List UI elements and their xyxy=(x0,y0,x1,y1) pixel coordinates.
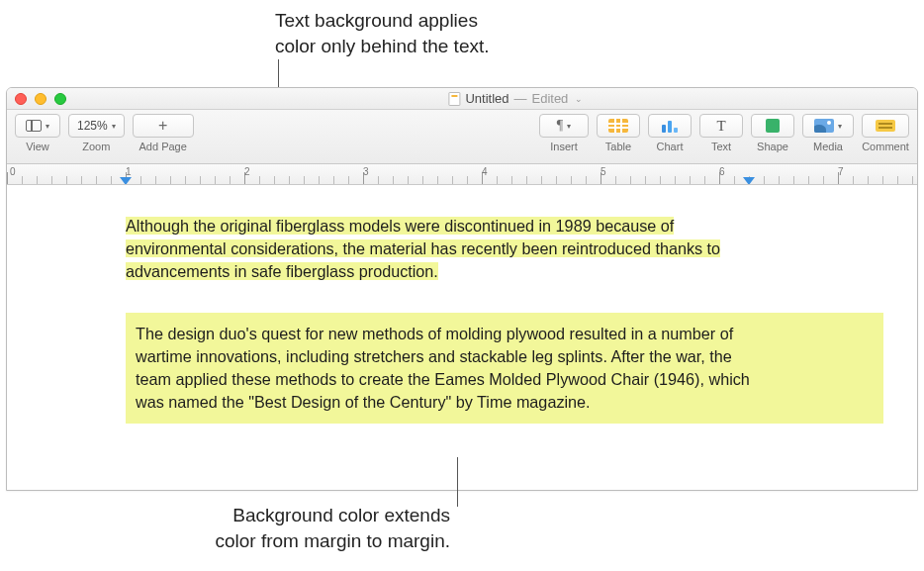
titlebar[interactable]: Untitled — Edited ⌄ xyxy=(7,88,917,110)
text-button[interactable]: T xyxy=(699,114,743,138)
addpage-label: Add Page xyxy=(139,141,187,152)
callout-bottom-pointer xyxy=(457,457,458,507)
shape-icon xyxy=(766,119,780,133)
comment-label: Comment xyxy=(862,141,909,152)
ruler-ticks-major xyxy=(7,172,917,184)
comment-button[interactable] xyxy=(862,114,909,138)
addpage-group: + Add Page xyxy=(133,114,194,152)
shape-group: Shape xyxy=(751,114,794,152)
title-separator: — xyxy=(513,91,526,106)
ruler-num-0: 0 xyxy=(10,166,16,177)
text-group: T Text xyxy=(699,114,743,152)
minimize-icon[interactable] xyxy=(35,93,46,105)
ruler-num-7: 7 xyxy=(838,166,844,177)
document-name: Untitled xyxy=(465,91,508,106)
text-icon: T xyxy=(716,118,725,135)
paragraph-2-block[interactable]: The design duo's quest for new methods o… xyxy=(126,313,883,424)
app-window: Untitled — Edited ⌄ ▾ View 125% ▾ Zoom +… xyxy=(6,87,918,491)
insert-button[interactable]: ¶ ▾ xyxy=(539,114,589,138)
paragraph-1-text: Although the original fiberglass models … xyxy=(126,217,720,280)
table-icon xyxy=(608,119,628,133)
chevron-down-icon: ▾ xyxy=(838,122,842,131)
document-state: Edited xyxy=(531,91,568,106)
callout-top: Text background applies color only behin… xyxy=(275,8,490,58)
close-icon[interactable] xyxy=(15,93,27,105)
text-label: Text xyxy=(711,141,731,152)
shape-label: Shape xyxy=(757,141,788,152)
ruler[interactable]: 0 1 2 3 4 5 6 7 xyxy=(7,164,917,185)
ruler-num-6: 6 xyxy=(719,166,725,177)
comment-group: Comment xyxy=(862,114,909,152)
callout-top-line1: Text background applies xyxy=(275,8,490,34)
comment-icon xyxy=(876,120,895,132)
right-margin-marker[interactable] xyxy=(743,177,755,185)
fullscreen-icon[interactable] xyxy=(54,93,66,105)
media-label: Media xyxy=(813,141,843,152)
chevron-down-icon: ▾ xyxy=(46,122,49,131)
insert-group: ¶ ▾ Insert xyxy=(539,114,589,152)
zoom-group: 125% ▾ Zoom xyxy=(68,114,125,152)
add-page-button[interactable]: + xyxy=(133,114,194,138)
chart-icon xyxy=(662,119,678,133)
table-group: Table xyxy=(597,114,640,152)
pilcrow-icon: ¶ xyxy=(557,118,563,134)
callout-bottom: Background color extends color from marg… xyxy=(173,503,450,553)
ruler-num-1: 1 xyxy=(126,166,132,177)
ruler-num-5: 5 xyxy=(601,166,606,177)
traffic-lights xyxy=(15,93,66,105)
table-label: Table xyxy=(605,141,631,152)
media-button[interactable]: ▾ xyxy=(802,114,854,138)
zoom-label: Zoom xyxy=(82,141,110,152)
zoom-button[interactable]: 125% ▾ xyxy=(68,114,125,138)
media-icon xyxy=(814,119,834,133)
document-page[interactable]: Although the original fiberglass models … xyxy=(7,185,917,490)
panes-icon xyxy=(26,120,42,132)
chart-button[interactable] xyxy=(648,114,692,138)
callout-bottom-line2: color from margin to margin. xyxy=(173,528,450,554)
callout-top-line2: color only behind the text. xyxy=(275,34,490,59)
table-button[interactable] xyxy=(597,114,640,138)
ruler-num-2: 2 xyxy=(244,166,250,177)
left-margin-marker[interactable] xyxy=(120,177,132,185)
window-title[interactable]: Untitled — Edited ⌄ xyxy=(448,91,583,106)
plus-icon: + xyxy=(158,117,167,135)
zoom-value: 125% xyxy=(77,119,108,133)
ruler-num-4: 4 xyxy=(482,166,488,177)
chart-label: Chart xyxy=(657,141,684,152)
view-label: View xyxy=(26,141,49,152)
document-icon xyxy=(448,92,460,106)
paragraph-2-text: The design duo's quest for new methods o… xyxy=(136,325,750,411)
chart-group: Chart xyxy=(648,114,692,152)
chevron-down-icon: ▾ xyxy=(112,122,116,131)
callout-bottom-line1: Background color extends xyxy=(173,503,450,528)
view-button[interactable]: ▾ xyxy=(15,114,60,138)
toolbar: ▾ View 125% ▾ Zoom + Add Page ¶ ▾ Insert xyxy=(7,110,917,164)
view-group: ▾ View xyxy=(15,114,60,152)
insert-label: Insert xyxy=(550,141,578,152)
chevron-down-icon: ▾ xyxy=(567,122,571,131)
ruler-num-3: 3 xyxy=(363,166,369,177)
shape-button[interactable] xyxy=(751,114,794,138)
media-group: ▾ Media xyxy=(802,114,854,152)
paragraph-1[interactable]: Although the original fiberglass models … xyxy=(126,215,759,283)
chevron-down-icon[interactable]: ⌄ xyxy=(575,94,583,104)
